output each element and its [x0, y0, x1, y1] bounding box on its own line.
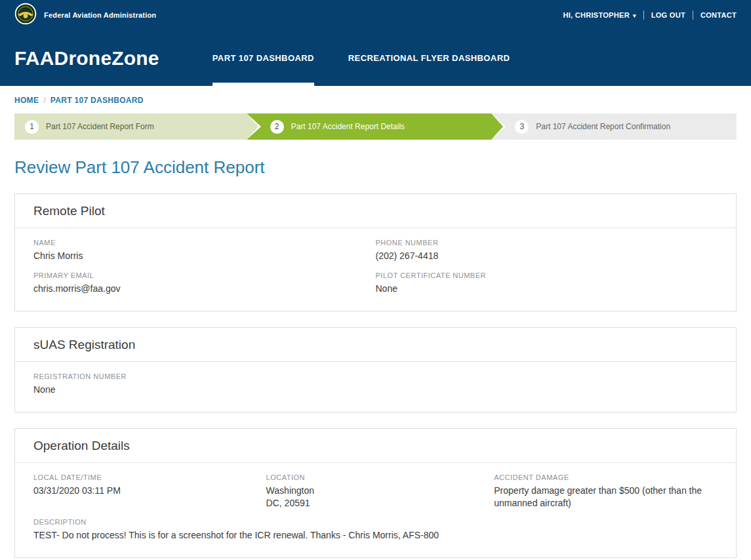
step-label: Part 107 Accident Report Details [291, 122, 405, 131]
remote-pilot-card: Remote Pilot NAME Chris Morris PHONE NUM… [14, 193, 737, 311]
breadcrumb-separator: / [43, 96, 46, 105]
operation-details-card: Operation Details LOCAL DATE/TIME 03/31/… [14, 428, 737, 559]
chevron-down-icon: ▾ [633, 12, 636, 19]
tab-part107-dashboard[interactable]: PART 107 DASHBOARD [195, 30, 331, 86]
breadcrumb-current-link[interactable]: PART 107 DASHBOARD [51, 96, 144, 105]
field-value: 03/31/2020 03:11 PM [33, 485, 266, 497]
field-value: (202) 267-4418 [376, 250, 718, 262]
field-value: None [376, 283, 718, 295]
field-value: TEST- Do not process! This is for a scre… [33, 529, 718, 542]
page-title: Review Part 107 Accident Report [14, 157, 737, 178]
field-value: Property damage greater than $500 (other… [494, 485, 710, 510]
tab-recreational-flyer-dashboard[interactable]: RECREATIONAL FLYER DASHBOARD [331, 30, 527, 86]
step-report-confirmation: 3 Part 107 Accident Report Confirmation [491, 113, 737, 140]
field-pilot-certificate-number: PILOT CERTIFICATE NUMBER None [376, 271, 718, 295]
field-local-datetime: LOCAL DATE/TIME 03/31/2020 03:11 PM [33, 473, 266, 510]
breadcrumb-home-link[interactable]: HOME [14, 96, 39, 105]
field-accident-damage: ACCIDENT DAMAGE Property damage greater … [494, 473, 718, 510]
suas-registration-card: sUAS Registration REGISTRATION NUMBER No… [14, 327, 737, 412]
step-number-badge: 3 [515, 120, 529, 134]
field-label: REGISTRATION NUMBER [33, 372, 718, 380]
field-location: LOCATION Washington DC, 20591 [266, 473, 495, 510]
remote-pilot-fields: NAME Chris Morris PHONE NUMBER (202) 267… [15, 228, 736, 311]
card-title-operation-details: Operation Details [15, 429, 736, 463]
field-value: Chris Morris [33, 250, 376, 262]
field-value: Washington DC, 20591 [266, 485, 495, 510]
primary-nav: PART 107 DASHBOARD RECREATIONAL FLYER DA… [195, 30, 527, 86]
brand-nav-row: FAADroneZone PART 107 DASHBOARD RECREATI… [14, 30, 737, 86]
field-primary-email: PRIMARY EMAIL chris.morris@faa.gov [33, 271, 376, 295]
field-registration-number: REGISTRATION NUMBER None [33, 372, 718, 396]
step-label: Part 107 Accident Report Form [46, 122, 154, 131]
field-label: LOCAL DATE/TIME [33, 473, 266, 481]
step-report-form: 1 Part 107 Accident Report Form [14, 113, 247, 140]
step-label: Part 107 Accident Report Confirmation [536, 122, 670, 131]
operation-details-fields: LOCAL DATE/TIME 03/31/2020 03:11 PM LOCA… [15, 463, 736, 558]
field-value: None [33, 384, 718, 396]
breadcrumb: HOME/PART 107 DASHBOARD [14, 96, 737, 105]
operation-details-row: LOCAL DATE/TIME 03/31/2020 03:11 PM LOCA… [33, 473, 718, 510]
contact-link[interactable]: CONTACT [700, 11, 737, 19]
divider [643, 10, 644, 20]
step-report-details: 2 Part 107 Accident Report Details [247, 113, 492, 140]
field-label: PHONE NUMBER [376, 239, 718, 247]
field-phone-number: PHONE NUMBER (202) 267-4418 [376, 239, 718, 262]
progress-stepper: 1 Part 107 Accident Report Form 2 Part 1… [14, 113, 737, 140]
user-menu[interactable]: HI, CHRISTOPHER ▾ [563, 11, 636, 19]
field-label: LOCATION [266, 473, 495, 481]
step-number-badge: 2 [270, 120, 284, 134]
agency-branding: Federal Aviation Administration [14, 3, 156, 28]
agency-name: Federal Aviation Administration [44, 11, 156, 19]
card-title-remote-pilot: Remote Pilot [15, 194, 736, 228]
field-label: DESCRIPTION [33, 518, 718, 526]
field-label: NAME [33, 239, 376, 247]
step-number-badge: 1 [25, 120, 39, 134]
site-header: Federal Aviation Administration HI, CHRI… [0, 0, 751, 86]
logout-link[interactable]: LOG OUT [651, 11, 685, 19]
field-value: chris.morris@faa.gov [33, 283, 376, 295]
faa-dronezone-logo[interactable]: FAADroneZone [14, 47, 159, 70]
user-greeting: HI, CHRISTOPHER [563, 11, 629, 19]
header-utility-nav: HI, CHRISTOPHER ▾ LOG OUT CONTACT [563, 10, 737, 20]
card-title-suas-registration: sUAS Registration [15, 328, 736, 362]
header-top-bar: Federal Aviation Administration HI, CHRI… [14, 0, 737, 30]
field-label: PRIMARY EMAIL [33, 271, 376, 279]
field-description: DESCRIPTION TEST- Do not process! This i… [33, 518, 718, 542]
divider [693, 10, 693, 20]
field-name: NAME Chris Morris [33, 239, 376, 262]
faa-seal-icon [14, 3, 37, 28]
field-label: PILOT CERTIFICATE NUMBER [376, 271, 718, 279]
field-label: ACCIDENT DAMAGE [494, 473, 718, 481]
suas-registration-fields: REGISTRATION NUMBER None [15, 362, 736, 412]
